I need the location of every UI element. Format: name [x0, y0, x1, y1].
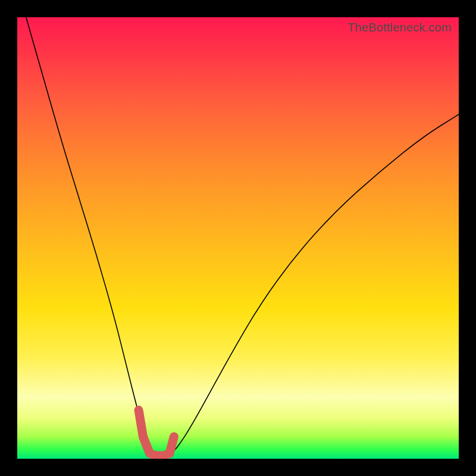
- chart-plot-area: TheBottleneck.com: [17, 17, 459, 459]
- optimal-range-marker: [139, 410, 174, 455]
- bottleneck-curve: [26, 17, 459, 456]
- chart-svg: [17, 17, 459, 459]
